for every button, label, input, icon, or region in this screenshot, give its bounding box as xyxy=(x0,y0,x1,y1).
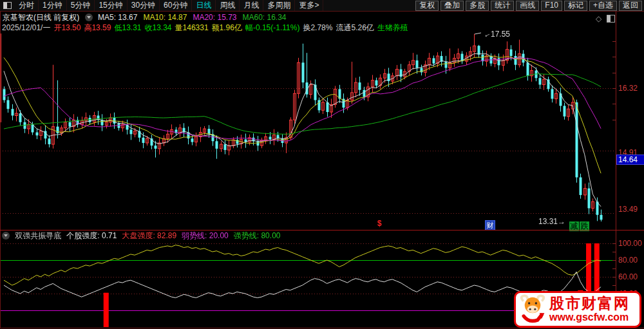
watermark-text: 股市财富网 www.gscfw.com xyxy=(549,296,630,323)
stock-title: 京基智农(日线 前复权) xyxy=(3,13,79,22)
ma-value: MA10: 14.87 xyxy=(143,13,187,22)
ma-value: MA5: 13.67 xyxy=(98,13,137,22)
top-toolbar: 分时1分钟5分钟15分钟30分钟60分钟日线周线月线多周期更多> 复权叠加多股统… xyxy=(0,0,644,12)
collapse-chevron-icon[interactable] xyxy=(85,14,93,21)
period-button[interactable]: 1分钟 xyxy=(39,0,67,11)
period-button[interactable]: 5分钟 xyxy=(67,0,95,11)
toolbar-button[interactable]: 统计 xyxy=(491,1,514,11)
period-button[interactable]: 15分钟 xyxy=(95,0,127,11)
low-price-annotation: 13.31→ xyxy=(538,217,565,226)
quote-field: 流通5.26亿 xyxy=(336,23,374,32)
indicator-field: 弱势线: 20.00 xyxy=(182,231,229,240)
bull-logo-icon xyxy=(518,294,547,325)
watermark-title: 股市财富网 xyxy=(549,296,630,312)
indicator-header: 双强共振寻底个股强度: 0.71大盘强度: 82.89弱势线: 20.00强势线… xyxy=(2,230,285,239)
quote-info-row: 2025/12/01/一开13.50高13.59低13.31收13.34量146… xyxy=(2,23,412,32)
quote-field: 开13.50 xyxy=(53,23,80,32)
watermark: 股市财富网 www.gscfw.com xyxy=(514,291,641,328)
toolbar-button[interactable]: +自选 xyxy=(589,1,617,11)
high-price-annotation: ←17.55 xyxy=(483,30,510,39)
toolbar-button[interactable]: 标记 xyxy=(564,1,587,11)
ma-value: MA60: 16.34 xyxy=(242,13,286,22)
indicator-collapse-icon[interactable] xyxy=(2,232,10,240)
scale-label: 60.00 xyxy=(618,272,638,281)
quote-field: 换2.78% xyxy=(303,23,332,32)
indicator-field: 大盘强度: 82.89 xyxy=(122,231,176,240)
quote-field: 幅-0.15(-1.11%) xyxy=(245,23,299,32)
toolbar-button[interactable]: F10 xyxy=(541,1,562,11)
split-window-icon[interactable] xyxy=(607,15,615,23)
toolbar-button[interactable]: 返回 xyxy=(619,1,642,11)
toolbar-button[interactable]: 复权 xyxy=(415,1,439,11)
quote-field: 生猪养殖 xyxy=(377,23,408,32)
bottom-border-line xyxy=(0,328,644,328)
action-toolbar: 复权叠加多股统计画线F10标记+自选返回 xyxy=(415,0,644,11)
indicator-field: 个股强度: 0.71 xyxy=(66,231,117,240)
quote-field: 收13.34 xyxy=(145,23,172,32)
scale-label: 80.00 xyxy=(618,256,638,265)
chart-title-row: 京基智农(日线 前复权) MA5: 13.67MA10: 14.87MA20: … xyxy=(3,12,292,21)
period-button[interactable]: 日线 xyxy=(192,0,216,11)
quote-field: 高13.59 xyxy=(84,23,111,32)
period-button[interactable]: 60分钟 xyxy=(160,0,192,11)
indicator-field: 强势线: 80.00 xyxy=(234,231,281,240)
price-label: 13.49 xyxy=(618,205,638,214)
period-button[interactable]: 多周期 xyxy=(263,0,295,11)
quote-field: 量146331 xyxy=(175,23,209,32)
quote-field: 2025/12/01/一 xyxy=(2,23,50,32)
panel-separator-line xyxy=(0,230,644,230)
indicator-field: 双强共振寻底 xyxy=(15,231,61,240)
toolbar-button[interactable]: 多股 xyxy=(466,1,489,11)
ma-values: MA5: 13.67MA10: 14.87MA20: 15.73MA60: 16… xyxy=(98,13,292,22)
period-button[interactable]: 月线 xyxy=(240,0,263,11)
period-button[interactable]: 更多> xyxy=(295,0,323,11)
quote-field: 低13.31 xyxy=(114,23,141,32)
period-toolbar: 分时1分钟5分钟15分钟30分钟60分钟日线周线月线多周期更多> xyxy=(0,0,323,11)
trading-app-window: 分时1分钟5分钟15分钟30分钟60分钟日线周线月线多周期更多> 复权叠加多股统… xyxy=(0,0,644,329)
toolbar-button[interactable]: 画线 xyxy=(516,1,539,11)
scale-label: 100.00 xyxy=(618,239,642,248)
ma-value: MA20: 15.73 xyxy=(193,13,236,22)
diamond-icon[interactable]: ◇ xyxy=(596,14,601,23)
quote-field: 额1.96亿 xyxy=(212,23,242,32)
window-layout-icon[interactable] xyxy=(3,2,12,9)
period-button[interactable]: 周线 xyxy=(216,0,240,11)
period-button[interactable]: 分时 xyxy=(15,0,39,11)
news-marker[interactable]: 财 xyxy=(485,220,495,230)
price-axis-line xyxy=(616,12,616,328)
watermark-url: www.gscfw.com xyxy=(549,312,630,323)
price-label: 16.32 xyxy=(618,84,638,93)
period-button[interactable]: 30分钟 xyxy=(128,0,160,11)
main-candlestick-chart[interactable] xyxy=(0,32,616,230)
price-tag: 14.64 xyxy=(616,155,644,165)
left-border-line xyxy=(0,12,1,328)
toolbar-button[interactable]: 叠加 xyxy=(440,1,464,11)
sell-signal-marker: $ xyxy=(377,219,382,228)
